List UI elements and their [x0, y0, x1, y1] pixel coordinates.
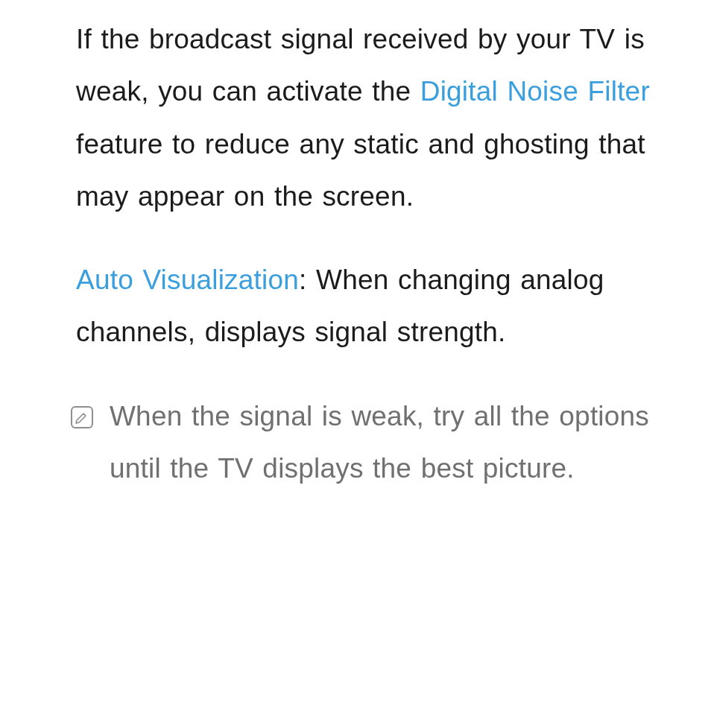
text-run: feature to reduce any static and ghostin… [76, 129, 645, 212]
note-text: When the signal is weak, try all the opt… [110, 390, 695, 496]
paragraph-auto-visualization: Auto Visualization: When changing analog… [76, 254, 695, 359]
pencil-icon [75, 410, 89, 425]
note-icon [71, 406, 93, 428]
note-block: When the signal is weak, try all the opt… [71, 390, 695, 496]
feature-name-digital-noise-filter: Digital Noise Filter [420, 76, 650, 107]
paragraph-digital-noise-filter: If the broadcast signal received by your… [76, 13, 695, 223]
document-page: If the broadcast signal received by your… [0, 0, 711, 495]
feature-name-auto-visualization: Auto Visualization [76, 265, 299, 295]
